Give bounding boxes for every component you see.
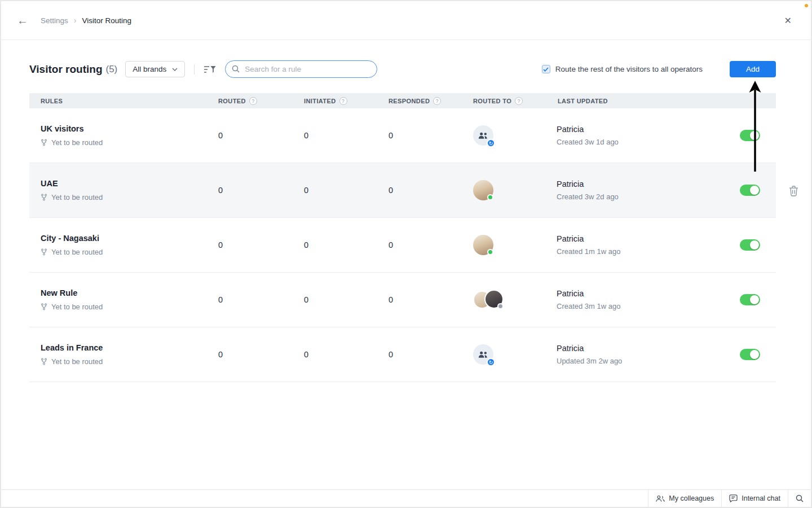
responded-count: 0	[387, 186, 472, 195]
last-updated-cell: Patricia Created 3w 2d ago	[557, 179, 724, 201]
responded-count: 0	[387, 350, 472, 359]
search-input[interactable]	[225, 60, 377, 78]
rule-enabled-toggle[interactable]	[740, 294, 760, 305]
main-content: Visitor routing (5) All brands R	[1, 40, 811, 489]
rule-cell: UK visitors Yet to be routed	[29, 124, 217, 147]
updated-at: Created 3w 1d ago	[557, 138, 724, 146]
checkmark-icon	[543, 67, 549, 72]
my-colleagues-button[interactable]: My colleagues	[648, 490, 721, 507]
filter-icon	[204, 65, 216, 74]
rule-enabled-toggle[interactable]	[740, 185, 760, 196]
help-icon[interactable]	[339, 97, 347, 105]
route-rest-checkbox[interactable]	[542, 65, 550, 73]
updated-by: Patricia	[557, 125, 724, 134]
online-status-dot	[487, 249, 493, 255]
rule-name: UAE	[41, 179, 217, 188]
initiated-count: 0	[303, 186, 387, 195]
rule-status-text: Yet to be routed	[51, 193, 103, 202]
updated-by: Patricia	[557, 179, 724, 189]
rule-enabled-toggle[interactable]	[740, 130, 760, 141]
search-icon	[796, 494, 804, 502]
back-arrow-icon[interactable]: ←	[17, 15, 28, 26]
responded-count: 0	[387, 131, 472, 140]
breadcrumb-settings[interactable]: Settings	[41, 16, 68, 25]
routed-to-cell	[472, 180, 557, 200]
initiated-count: 0	[303, 350, 387, 359]
table-row[interactable]: City - Nagasaki Yet to be routed 0 0 0	[29, 218, 776, 273]
close-icon[interactable]: ✕	[784, 15, 792, 26]
help-icon[interactable]	[433, 97, 441, 105]
sync-badge-icon: ↻	[487, 139, 495, 147]
my-colleagues-label: My colleagues	[669, 494, 714, 502]
rule-cell: New Rule Yet to be routed	[29, 288, 217, 311]
initiated-count: 0	[303, 240, 387, 249]
column-header-rules: RULES	[29, 98, 217, 104]
rule-status: Yet to be routed	[41, 303, 217, 311]
updated-at: Updated 3m 2w ago	[557, 357, 724, 365]
help-icon[interactable]	[515, 97, 523, 105]
notification-dot	[805, 4, 808, 7]
filter-rules-button[interactable]	[204, 65, 216, 74]
routed-count: 0	[217, 131, 303, 140]
breadcrumb-separator-icon: ›	[74, 16, 77, 25]
routed-count: 0	[217, 350, 303, 359]
rule-status: Yet to be routed	[41, 138, 217, 147]
group-icon	[478, 130, 489, 141]
routed-count: 0	[217, 240, 303, 249]
routing-branch-icon	[41, 303, 47, 310]
rule-status-text: Yet to be routed	[51, 303, 103, 311]
rule-name: New Rule	[41, 288, 217, 297]
routing-branch-icon	[41, 194, 47, 201]
toolbar: Visitor routing (5) All brands R	[29, 60, 776, 78]
toolbar-divider	[194, 64, 195, 75]
internal-chat-label: Internal chat	[742, 494, 780, 502]
table-header-row: RULES ROUTED INITIATED RESPONDED ROUTED …	[29, 93, 776, 108]
page-title: Visitor routing	[29, 63, 102, 76]
brand-filter-dropdown[interactable]: All brands	[125, 61, 185, 77]
rule-status-text: Yet to be routed	[51, 357, 103, 366]
initiated-count: 0	[303, 295, 387, 304]
away-status-dot	[497, 303, 504, 309]
search-container	[225, 60, 377, 78]
add-rule-button[interactable]: Add	[730, 61, 776, 77]
table-row[interactable]: UK visitors Yet to be routed 0 0 0 ↻	[29, 108, 776, 163]
routed-count: 0	[217, 186, 303, 195]
rule-cell: UAE Yet to be routed	[29, 179, 217, 202]
rule-enabled-toggle[interactable]	[740, 239, 760, 251]
updated-by: Patricia	[557, 289, 724, 298]
rule-name: Leads in France	[41, 343, 217, 352]
internal-chat-button[interactable]: Internal chat	[721, 490, 788, 507]
column-header-last-updated: LAST UPDATED	[557, 98, 724, 104]
sync-badge-icon: ↻	[487, 358, 495, 366]
responded-count: 0	[387, 295, 472, 304]
operator-group-avatar: ↻	[473, 125, 493, 146]
chevron-down-icon	[172, 68, 178, 71]
table-row[interactable]: New Rule Yet to be routed 0 0 0	[29, 273, 776, 327]
last-updated-cell: Patricia Created 3m 1w ago	[557, 289, 724, 310]
last-updated-cell: Patricia Created 1m 1w ago	[557, 234, 724, 256]
rule-name: City - Nagasaki	[41, 234, 217, 243]
help-icon[interactable]	[249, 97, 257, 105]
breadcrumb-current: Visitor Routing	[82, 16, 131, 25]
operator-pair-avatar	[473, 290, 502, 310]
rule-enabled-toggle[interactable]	[740, 349, 760, 360]
delete-rule-button[interactable]	[789, 186, 798, 199]
rules-table: RULES ROUTED INITIATED RESPONDED ROUTED …	[29, 93, 776, 382]
footer-bar: My colleagues Internal chat	[1, 489, 811, 507]
routing-branch-icon	[41, 358, 47, 365]
rule-name: UK visitors	[41, 124, 217, 133]
online-status-dot	[487, 194, 493, 200]
trash-icon	[789, 186, 798, 196]
table-row[interactable]: Leads in France Yet to be routed 0 0 0 ↻	[29, 327, 776, 382]
updated-at: Created 3w 2d ago	[557, 192, 724, 201]
last-updated-cell: Patricia Updated 3m 2w ago	[557, 344, 724, 365]
footer-search-button[interactable]	[788, 490, 811, 507]
updated-at: Created 1m 1w ago	[557, 247, 724, 256]
rule-status-text: Yet to be routed	[51, 138, 103, 147]
initiated-count: 0	[303, 131, 387, 140]
column-header-routed-to: ROUTED TO	[472, 97, 557, 105]
colleagues-icon	[656, 495, 665, 502]
column-header-routed: ROUTED	[217, 97, 303, 105]
updated-by: Patricia	[557, 234, 724, 243]
table-row[interactable]: UAE Yet to be routed 0 0 0 Patricia	[29, 163, 776, 218]
